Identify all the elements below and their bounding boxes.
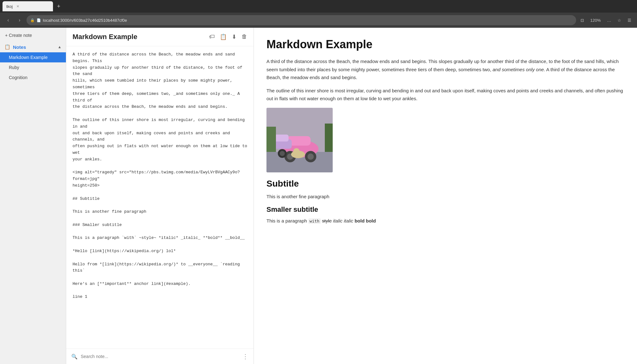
preview-para4-strikethrough: style [322, 218, 332, 223]
preview-para4-italic1: italic [333, 218, 342, 223]
search-input[interactable] [81, 354, 239, 359]
url-text: localhost:3000/n/603ba27c46d2510b4487cf0… [43, 18, 127, 23]
preview-para4-italic2: italic [344, 218, 353, 223]
note-label: Cognition [9, 75, 27, 80]
active-tab[interactable]: tkoj ✕ [3, 1, 53, 11]
preview-title: Markdown Example [266, 38, 624, 51]
menu-button[interactable]: … [605, 17, 613, 24]
preview-para4-bold1: bold [354, 218, 365, 223]
preview-para2: The outline of this inner shore is most … [266, 87, 624, 103]
notes-section: 📋 Notes ▲ Markdown Example Ruby Cognitio… [0, 42, 66, 364]
preview-area: Markdown Example A third of the distance… [254, 28, 637, 364]
svg-rect-16 [325, 124, 333, 152]
preview-para1-italic: and sometimes only one. [493, 67, 545, 72]
browser-chrome: tkoj ✕ + ‹ › 🔒 📄 localhost:3000/n/603ba2… [0, 0, 637, 28]
sidebar-item-cognition[interactable]: Cognition [0, 72, 66, 83]
notes-section-label: Notes [13, 44, 26, 50]
preview-para4: This is a paragraph with style italic it… [266, 217, 624, 225]
preview-image [266, 108, 333, 172]
editor-actions: 🏷 📋 ⬇ 🗑 [209, 33, 247, 40]
sidebar-item-markdown-example[interactable]: Markdown Example [0, 52, 66, 62]
page-icon: 📄 [37, 18, 41, 22]
preview-para4-code: with [308, 218, 321, 224]
chevron-up-icon: ▲ [58, 45, 61, 49]
note-label: Markdown Example [9, 55, 48, 60]
create-note-label: + Create note [5, 33, 32, 38]
sidebar: + Create note 📋 Notes ▲ Markdown Example… [0, 28, 66, 364]
tab-bar: tkoj ✕ + [0, 0, 637, 13]
preview-para4-before: This is a paragraph [266, 218, 308, 223]
lock-icon: 🔒 [30, 18, 35, 22]
preview-subtitle: Subtitle [266, 179, 624, 189]
svg-point-8 [307, 153, 314, 160]
zoom-level: 120% [588, 17, 603, 24]
preview-para4-bold2: bold [366, 218, 376, 223]
forward-button[interactable]: › [15, 16, 24, 25]
tab-title: tkoj [6, 4, 13, 9]
notes-section-header[interactable]: 📋 Notes ▲ [0, 42, 66, 52]
svg-rect-12 [274, 135, 289, 142]
notes-file-icon: 📋 [4, 44, 10, 50]
preview-para3: This is another fine paragraph [266, 193, 624, 201]
svg-rect-15 [266, 127, 276, 152]
editor-content[interactable]: A third of the distance across the Beach… [66, 46, 254, 349]
app-container: + Create note 📋 Notes ▲ Markdown Example… [0, 28, 637, 364]
footer-more-icon[interactable]: ⋮ [242, 353, 248, 360]
notes-header-left: 📋 Notes [4, 44, 26, 50]
editor-footer: 🔍 ⋮ [66, 349, 254, 364]
editor-title: Markdown Example [73, 33, 137, 41]
editor-header: Markdown Example 🏷 📋 ⬇ 🗑 [66, 28, 254, 46]
export-button[interactable]: 📋 [220, 33, 227, 40]
reader-view-button[interactable]: ⊡ [579, 17, 586, 24]
trash-button[interactable]: 🗑 [242, 33, 247, 40]
tag-button[interactable]: 🏷 [209, 33, 215, 40]
editor-area: Markdown Example 🏷 📋 ⬇ 🗑 A third of the … [66, 28, 254, 364]
note-label: Ruby [9, 65, 19, 70]
preview-smaller-subtitle: Smaller subtitle [266, 205, 624, 214]
tab-close-button[interactable]: ✕ [15, 4, 20, 9]
back-button[interactable]: ‹ [4, 16, 13, 25]
preview-image-placeholder [266, 108, 333, 172]
bookmark-button[interactable]: ☆ [616, 17, 623, 24]
new-tab-button[interactable]: + [54, 2, 63, 11]
sidebar-item-ruby[interactable]: Ruby [0, 62, 66, 72]
preview-para1: A third of the distance across the Beach… [266, 57, 624, 82]
more-button[interactable]: ☰ [626, 17, 633, 24]
search-icon: 🔍 [71, 354, 78, 360]
nav-right: ⊡ 120% … ☆ ☰ [579, 17, 633, 24]
nav-bar: ‹ › 🔒 📄 localhost:3000/n/603ba27c46d2510… [0, 13, 637, 28]
svg-point-14 [293, 148, 300, 154]
create-note-button[interactable]: + Create note [0, 28, 66, 42]
download-button[interactable]: ⬇ [232, 33, 237, 40]
address-bar[interactable]: 🔒 📄 localhost:3000/n/603ba27c46d2510b448… [26, 15, 576, 25]
svg-point-10 [280, 151, 285, 156]
